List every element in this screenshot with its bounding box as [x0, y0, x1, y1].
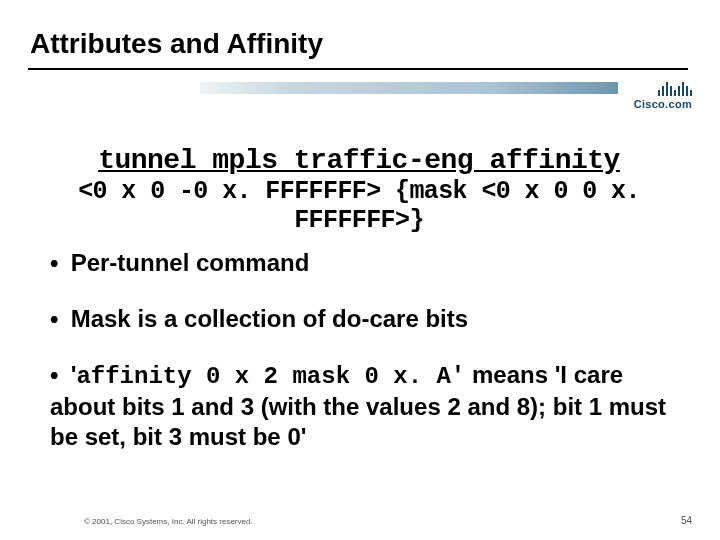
brand-stripe: [200, 82, 618, 94]
title-underline: [28, 68, 688, 70]
slide: Attributes and Affinity Cisco.com tunnel…: [0, 0, 720, 540]
cisco-logo: Cisco.com: [634, 82, 692, 110]
logo-text: Cisco.com: [634, 98, 692, 110]
bullet-text: Per-tunnel command: [71, 249, 310, 276]
bullet-code: affinity 0 x 2 mask 0 x. A': [76, 363, 465, 390]
page-number: 54: [681, 515, 692, 526]
bullet-dot: •: [50, 248, 64, 278]
bullet-3: • 'affinity 0 x 2 mask 0 x. A' means 'I …: [50, 360, 680, 452]
command-args: <0 x 0 -0 x. FFFFFFF> {mask <0 x 0 0 x. …: [64, 178, 654, 236]
command-block: tunnel mpls traffic-eng affinity <0 x 0 …: [64, 145, 654, 236]
bullet-list: • Per-tunnel command • Mask is a collect…: [50, 248, 680, 478]
bullet-dot: •: [50, 360, 64, 390]
bullet-2: • Mask is a collection of do-care bits: [50, 304, 680, 334]
bullet-1: • Per-tunnel command: [50, 248, 680, 278]
page-title: Attributes and Affinity: [30, 28, 323, 60]
copyright-footer: © 2001, Cisco Systems, Inc. All rights r…: [84, 517, 253, 526]
bullet-dot: •: [50, 304, 64, 334]
bullet-text: Mask is a collection of do-care bits: [71, 305, 468, 332]
cisco-bridge-icon: [634, 82, 692, 96]
command-line: tunnel mpls traffic-eng affinity: [64, 145, 654, 176]
